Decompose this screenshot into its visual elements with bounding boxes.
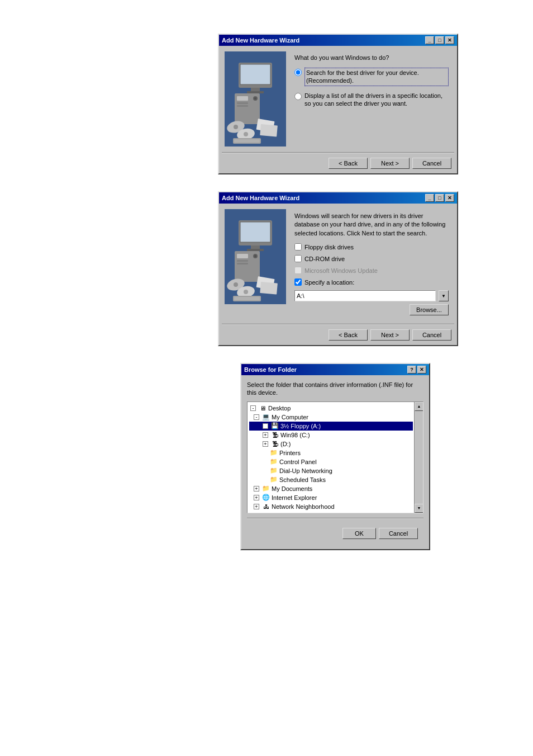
tree-item-network[interactable]: + 🖧 Network Neighborhood [249,502,413,511]
expand-icon-d[interactable]: + [263,441,268,447]
win98-icon: 🗜 [270,431,279,439]
tree-item-desktop[interactable]: - 🖥 Desktop [249,404,413,413]
wizard2-checkbox4: Specify a location: [294,278,449,286]
wizard2-back-button[interactable]: < Back [329,329,368,341]
expand-icon-mydocs[interactable]: + [254,486,259,492]
browse-description: Select the folder that contains driver i… [247,381,423,397]
wizard2-checkbox1-label: Floppy disk drives [304,244,354,251]
expand-icon-ie[interactable]: + [254,495,259,500]
maximize-button-1[interactable]: □ [435,36,444,44]
tree-item-d[interactable]: + 🗜 (D:) [249,440,413,448]
wizard1-next-button[interactable]: Next > [370,158,410,169]
svg-rect-25 [247,249,264,251]
wizard2-dialog: Add New Hardware Wizard _ □ ✕ [218,191,458,346]
browse-separator [247,518,423,519]
close-button-2[interactable]: ✕ [445,194,454,202]
tree-item-mycomputer[interactable]: - 💻 My Computer [249,413,413,422]
tree-scroll-down[interactable]: ▼ [415,504,423,513]
svg-rect-4 [251,88,260,91]
expand-icon-network[interactable]: + [254,504,259,509]
wizard2-browse-row: Browse... [294,304,449,315]
wizard1-back-button[interactable]: < Back [329,158,368,169]
wizard2-checkbox4-label: Specify a location: [304,279,354,286]
svg-rect-2 [240,64,270,84]
wizard2-image [225,209,286,304]
wizard2-checkbox1-input[interactable] [294,243,302,251]
browse-dialog: Browse for Folder ? ✕ Select the folder … [240,363,430,550]
wizard2-title-bar: Add New Hardware Wizard _ □ ✕ [219,192,457,204]
mycomputer-icon: 💻 [261,413,270,421]
wizard1-radio1-option: Search for the best driver for your devi… [294,68,449,86]
minimize-button-1[interactable]: _ [425,36,434,44]
maximize-button-2[interactable]: □ [435,194,444,202]
wizard2-browse-button[interactable]: Browse... [410,304,449,315]
wizard2-description: Windows will search for new drivers in i… [294,212,449,238]
tree-item-mydocs-label: My Documents [272,485,312,492]
expand-icon-floppy[interactable]: + [263,423,268,429]
wizard2-text-area: Windows will search for new drivers in i… [292,209,451,318]
wizard2-checkbox3: Microsoft Windows Update [294,267,449,274]
wizard2-checkbox4-input[interactable] [294,278,302,286]
tree-item-printers-label: Printers [279,450,301,456]
tree-item-floppy-label: 3½ Floppy (A:) [280,423,321,429]
expand-icon-mycomputer[interactable]: - [254,414,259,420]
browse-footer: OK Cancel [247,523,423,544]
svg-rect-19 [234,139,260,143]
tree-item-win98-label: Win98 (C:) [280,432,310,438]
tree-item-ie[interactable]: + 🌐 Internet Explorer [249,493,413,502]
tree-item-win98[interactable]: + 🗜 Win98 (C:) [249,431,413,440]
wizard1-text-area: What do you want Windows to do? Search f… [292,51,451,147]
wizard2-content: Windows will search for new drivers in i… [219,204,457,324]
wizard2-checkbox2-input[interactable] [294,255,302,262]
wizard1-title-bar: Add New Hardware Wizard _ □ ✕ [219,35,457,46]
browse-ok-button[interactable]: OK [342,528,376,539]
tree-item-mydocs[interactable]: + 📁 My Documents [249,484,413,493]
tree-item-printers[interactable]: 📁 Printers [249,448,413,457]
wizard2-dropdown-arrow[interactable]: ▼ [439,290,449,301]
wizard1-question: What do you want Windows to do? [294,54,449,61]
svg-rect-8 [237,102,248,104]
svg-point-31 [254,255,256,257]
tree-item-d-label: (D:) [280,441,291,447]
tree-item-scheduled[interactable]: 📁 Scheduled Tasks [249,475,413,484]
wizard2-next-button[interactable]: Next > [370,329,410,341]
mydocs-icon: 📁 [261,485,270,493]
tree-item-recycle[interactable]: ♻ Recycle Bin [249,511,413,513]
close-button-1[interactable]: ✕ [445,36,454,44]
wizard2-checkbox1: Floppy disk drives [294,243,449,251]
wizard2-location-row: ▼ [294,290,449,301]
svg-rect-27 [237,254,248,258]
svg-rect-28 [237,260,248,262]
tree-item-mycomputer-label: My Computer [272,414,308,420]
expand-icon-desktop[interactable]: - [250,405,256,411]
svg-point-35 [244,290,248,294]
browse-content: Select the folder that contains driver i… [241,375,429,549]
tree-scrollbar[interactable]: ▲ ▼ [414,402,423,513]
wizard2-location-input[interactable] [294,290,436,301]
minimize-button-2[interactable]: _ [425,194,434,202]
browse-help-button[interactable]: ? [407,366,416,374]
wizard1-radio2[interactable] [294,93,302,100]
tree-item-dialup[interactable]: 📁 Dial-Up Networking [249,466,413,475]
wizard1-footer: < Back Next > Cancel [219,153,457,173]
expand-icon-win98[interactable]: + [263,432,268,438]
tree-item-floppy[interactable]: + 💾 3½ Floppy (A:) [249,422,413,431]
wizard2-checkbox2-label: CD-ROM drive [304,256,345,262]
svg-rect-17 [260,124,278,137]
tree-item-controlpanel[interactable]: 📁 Control Panel [249,457,413,466]
wizard2-body: Windows will search for new drivers in i… [219,204,457,345]
ie-icon: 🌐 [261,494,270,502]
title-bar-buttons-2: _ □ ✕ [425,194,454,202]
browse-cancel-button[interactable]: Cancel [379,528,418,539]
tree-item-network-label: Network Neighborhood [272,503,335,510]
title-bar-buttons-1: _ □ ✕ [425,36,454,44]
svg-point-33 [234,282,238,287]
wizard1-radio1[interactable] [294,69,302,76]
wizard2-title-label: Add New Hardware Wizard [222,195,299,201]
tree-scroll-up[interactable]: ▲ [415,402,423,411]
wizard2-cancel-button[interactable]: Cancel [412,329,451,341]
wizard1-radio2-label: Display a list of all the drivers in a s… [304,92,449,108]
wizard1-cancel-button[interactable]: Cancel [412,158,451,169]
svg-point-13 [234,125,238,129]
browse-close-button[interactable]: ✕ [417,366,426,374]
